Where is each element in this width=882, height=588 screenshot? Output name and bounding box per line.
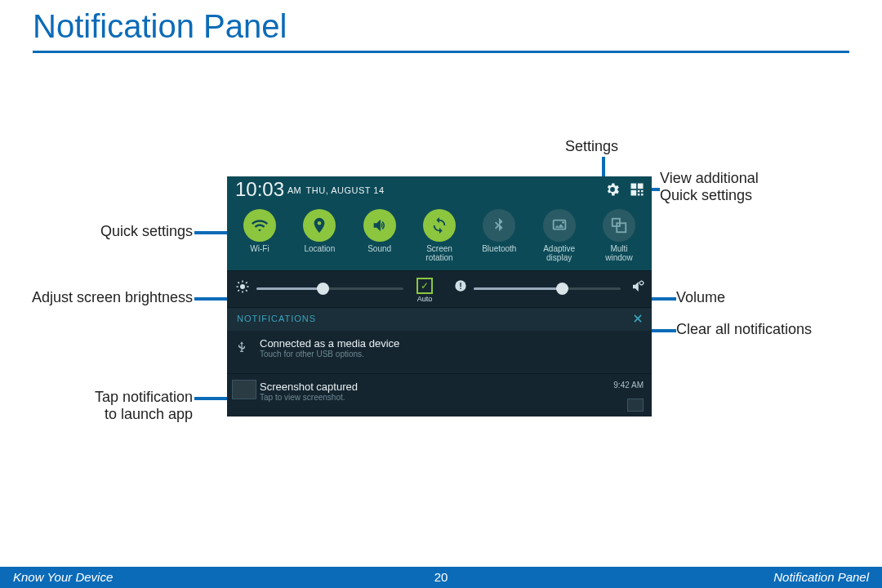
- notification-panel: 10:03AMTHU, AUGUST 14 Wi-FiLocationSound…: [227, 176, 652, 416]
- quick-setting-label: Multiwindow: [591, 245, 647, 262]
- volume-settings-icon[interactable]: [630, 279, 645, 296]
- callout-tap-notification: Tap notification to launch app: [77, 389, 193, 422]
- image-icon: [627, 399, 644, 412]
- brightness-slider[interactable]: [256, 283, 403, 294]
- quick-settings-row: Wi-FiLocationSoundScreenrotationBluetoot…: [227, 204, 652, 270]
- callout-quick-settings: Quick settings: [47, 223, 193, 240]
- svg-rect-2: [631, 190, 637, 196]
- quick-setting-bluetooth[interactable]: Bluetooth: [471, 209, 527, 262]
- clock-time: 10:03: [235, 178, 284, 200]
- notification-subtitle: Touch for other USB options.: [260, 350, 642, 359]
- usb-icon: [235, 339, 248, 358]
- callout-settings: Settings: [565, 138, 618, 155]
- notification-title: Screenshot captured: [260, 381, 642, 393]
- slider-thumb[interactable]: [317, 283, 329, 295]
- auto-brightness-toggle[interactable]: ✓ Auto: [416, 278, 433, 303]
- rotation-icon: [423, 209, 456, 242]
- svg-line-19: [246, 282, 247, 283]
- notification-time: 9:42 AM: [613, 381, 644, 390]
- wifi-icon: [243, 209, 276, 242]
- slider-fill: [256, 287, 323, 290]
- settings-icon[interactable]: [604, 181, 621, 198]
- svg-rect-4: [641, 190, 644, 193]
- clock-ampm: AM: [287, 185, 301, 195]
- quick-setting-location[interactable]: Location: [292, 209, 347, 262]
- svg-rect-21: [460, 283, 461, 287]
- volume-alert-icon: [454, 279, 467, 295]
- callout-lead: [194, 397, 230, 400]
- svg-rect-1: [638, 184, 644, 189]
- notification-item[interactable]: Connected as a media deviceTouch for oth…: [227, 331, 652, 374]
- quick-setting-label: Screenrotation: [412, 245, 467, 262]
- clock-date: THU, AUGUST 14: [306, 185, 385, 195]
- svg-line-17: [246, 290, 247, 292]
- auto-label: Auto: [416, 295, 433, 303]
- quick-setting-label: Adaptivedisplay: [532, 245, 587, 262]
- title-divider: [33, 51, 849, 53]
- footer-topic: Notification Panel: [773, 570, 869, 584]
- brightness-icon: [235, 279, 250, 296]
- svg-rect-0: [631, 184, 637, 189]
- svg-point-8: [562, 221, 564, 224]
- svg-rect-6: [641, 194, 644, 196]
- quick-setting-adaptive[interactable]: Adaptivedisplay: [532, 209, 587, 262]
- svg-rect-10: [617, 223, 626, 232]
- svg-rect-22: [460, 288, 461, 289]
- callout-lead: [650, 297, 676, 301]
- quick-setting-wifi[interactable]: Wi-Fi: [232, 209, 287, 262]
- svg-line-16: [238, 282, 239, 283]
- quick-setting-label: Sound: [352, 245, 408, 254]
- notifications-header-title: NOTIFICATIONS: [237, 314, 316, 323]
- callout-view-additional: View additional Quick settings: [660, 170, 759, 203]
- notification-subtitle: Tap to view screenshot.: [260, 393, 642, 402]
- screenshot-thumb-icon: [232, 380, 256, 399]
- callout-clear-notifications: Clear all notifications: [676, 321, 812, 338]
- svg-rect-5: [638, 194, 640, 196]
- status-bar: 10:03AMTHU, AUGUST 14: [227, 176, 652, 204]
- status-clock: 10:03AMTHU, AUGUST 14: [235, 178, 385, 201]
- multiwindow-icon: [603, 209, 635, 242]
- svg-point-23: [639, 281, 644, 285]
- svg-rect-3: [638, 190, 640, 193]
- page-footer: Know Your Device 20 Notification Panel: [0, 567, 882, 588]
- status-bar-actions: [604, 181, 645, 198]
- quick-setting-label: Wi-Fi: [232, 245, 287, 254]
- quick-setting-multiwindow[interactable]: Multiwindow: [591, 209, 647, 262]
- notification-item[interactable]: Screenshot capturedTap to view screensho…: [227, 374, 652, 416]
- notifications-header: NOTIFICATIONS: [227, 307, 652, 331]
- callout-volume: Volume: [676, 289, 725, 306]
- quick-settings-grid-icon[interactable]: [629, 181, 645, 198]
- page-title: Notification Panel: [33, 8, 287, 45]
- svg-line-18: [238, 290, 239, 292]
- notification-title: Connected as a media device: [260, 337, 642, 350]
- callout-brightness: Adjust screen brightness: [24, 289, 193, 306]
- callout-text-line2: to launch app: [77, 406, 193, 423]
- callout-lead: [194, 297, 230, 301]
- sound-icon: [363, 209, 396, 242]
- close-icon: [632, 313, 644, 324]
- slider-thumb[interactable]: [556, 283, 568, 295]
- svg-point-11: [240, 284, 245, 289]
- footer-page-number: 20: [0, 570, 882, 584]
- quick-setting-sound[interactable]: Sound: [352, 209, 408, 262]
- callout-text-line1: Tap notification: [77, 389, 193, 406]
- clear-all-button[interactable]: [632, 313, 644, 327]
- volume-slider[interactable]: [474, 283, 621, 294]
- notifications-list: Connected as a media deviceTouch for oth…: [227, 331, 652, 416]
- checkbox-icon: ✓: [416, 278, 433, 294]
- quick-setting-rotation[interactable]: Screenrotation: [412, 209, 467, 262]
- slider-fill: [474, 287, 562, 290]
- adaptive-icon: [543, 209, 576, 242]
- bluetooth-icon: [483, 209, 515, 242]
- callout-text-line1: View additional: [660, 170, 759, 187]
- location-icon: [303, 209, 336, 242]
- callout-text-line2: Quick settings: [660, 187, 759, 204]
- quick-setting-label: Bluetooth: [471, 245, 527, 254]
- quick-setting-label: Location: [292, 245, 347, 254]
- sliders-row: ✓ Auto: [227, 270, 652, 307]
